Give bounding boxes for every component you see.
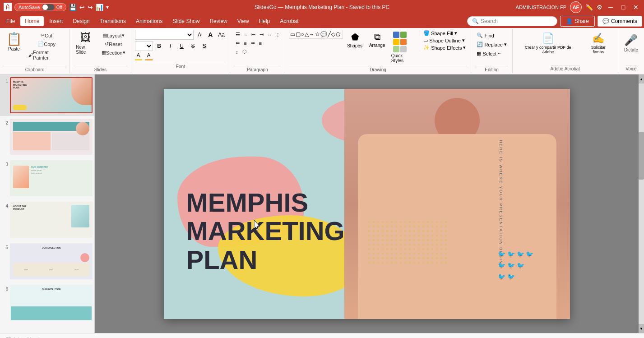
indent-decrease-button[interactable]: ⇤ [250, 31, 257, 38]
slide-item-5[interactable]: 5 OUR EVOLUTION 201820192020 [0, 241, 94, 282]
indent-increase-button[interactable]: ⇥ [258, 31, 265, 38]
pen-icon[interactable]: ✏️ [585, 4, 593, 11]
strikethrough-button[interactable]: S [188, 41, 198, 51]
menu-slideshow[interactable]: Slide Show [168, 16, 204, 26]
solicit-signatures-button[interactable]: ✍ Solicitar firmas [583, 31, 614, 56]
diamond-shape[interactable]: ◇ [331, 31, 335, 37]
share-button[interactable]: 👤 Share [560, 16, 595, 27]
undo-icon[interactable]: ↩ [79, 4, 85, 11]
circle-shape[interactable]: ○ [301, 31, 304, 37]
slide-canvas[interactable]: MEMPHIS MARKETING PLAN HERE IS WHERE YOU… [164, 89, 570, 319]
shape-outline-chevron[interactable]: ▾ [462, 37, 465, 43]
paste-button[interactable]: 📋 Paste [3, 30, 25, 53]
columns-button[interactable]: ⫶ [275, 31, 281, 38]
font-size-select[interactable] [135, 41, 153, 51]
numbered-list-button[interactable]: ≡ [242, 31, 249, 38]
slide-thumb-2[interactable] [10, 119, 93, 155]
menu-help[interactable]: Help [255, 16, 275, 26]
menu-design[interactable]: Design [68, 16, 94, 26]
slide-panel[interactable]: 1 MEMPHISMARKETINGPLAN 2 3 [0, 74, 95, 333]
bold-button[interactable]: B [154, 41, 164, 51]
slide-item-6[interactable]: 6 OUR EVOLUTION [0, 282, 94, 324]
menu-home[interactable]: Home [20, 16, 44, 26]
callout-shape[interactable]: 💬 [320, 31, 327, 37]
minimize-button[interactable]: ─ [606, 3, 615, 12]
slide-thumb-5[interactable]: OUR EVOLUTION 201820192020 [10, 243, 93, 279]
slide-thumb-3[interactable]: OUR COMPANY Lorem ipsumdolor sit amet [10, 160, 93, 196]
align-left-button[interactable]: ⬅ [234, 39, 241, 47]
shape-fill-chevron[interactable]: ▾ [454, 30, 457, 36]
arrange-button[interactable]: ⧉ Arrange [367, 30, 388, 50]
scroll-track[interactable] [639, 83, 644, 324]
layout-button[interactable]: ▤ Layout ▾ [100, 32, 127, 39]
shape-effects-chevron[interactable]: ▾ [463, 45, 466, 51]
highlight-color-button[interactable]: A [145, 52, 153, 60]
arrow-shape[interactable]: → [309, 31, 315, 37]
autosave-toggle[interactable] [42, 4, 55, 10]
shapes-gallery[interactable]: ▭ ▢ ○ △ → ☆ 💬 ╱ ◇ ⬠ [289, 30, 343, 39]
slide-item-3[interactable]: 3 OUR COMPANY Lorem ipsumdolor sit amet [0, 157, 94, 199]
text-color-button[interactable]: A [135, 52, 142, 60]
slide-item-2[interactable]: 2 [0, 116, 94, 157]
format-painter-button[interactable]: 🖌 Format Painter [26, 49, 67, 61]
comments-button[interactable]: 💬 Comments [598, 16, 642, 27]
present-icon[interactable]: 📊 [96, 4, 103, 11]
star-shape[interactable]: ☆ [315, 31, 320, 37]
shadow-button[interactable]: S [199, 41, 209, 51]
shape-outline-button[interactable]: ▭ Shape Outline ▾ [422, 37, 467, 44]
slide-thumb-1[interactable]: MEMPHISMARKETINGPLAN [10, 77, 93, 113]
scroll-down-button[interactable]: ▼ [639, 324, 644, 333]
slide-thumb-4[interactable]: ABOUT THEPRODUCT [10, 202, 93, 238]
redo-icon[interactable]: ↪ [88, 4, 93, 11]
maximize-button[interactable]: □ [619, 3, 628, 12]
menu-review[interactable]: Review [205, 16, 232, 26]
font-size-increase-button[interactable]: A [206, 30, 215, 40]
replace-button[interactable]: 🔄 Replace ▾ [475, 41, 508, 48]
shapes-button[interactable]: ⬟ Shapes [345, 30, 365, 50]
notes-area[interactable]: Click to add notes [0, 333, 644, 338]
font-size-decrease-button[interactable]: A [195, 30, 204, 40]
bullet-list-button[interactable]: ☰ [234, 31, 242, 38]
menu-animations[interactable]: Animations [131, 16, 167, 26]
settings-icon[interactable]: ⚙ [597, 4, 602, 11]
new-slide-button[interactable]: 🖼 New Slide [74, 30, 98, 56]
italic-button[interactable]: I [166, 41, 176, 51]
slide-item-4[interactable]: 4 ABOUT THEPRODUCT [0, 199, 94, 241]
align-center-button[interactable]: ≡ [242, 40, 248, 47]
find-button[interactable]: 🔍 Find [475, 32, 508, 39]
cut-button[interactable]: ✂ Cut [26, 32, 67, 39]
smartart-button[interactable]: ⬡ [241, 48, 249, 56]
font-family-select[interactable] [135, 30, 194, 40]
menu-insert[interactable]: Insert [45, 16, 67, 26]
notes-placeholder[interactable]: Click to add notes [5, 336, 45, 338]
scroll-thumb[interactable] [639, 132, 644, 180]
justify-button[interactable]: ≡ [257, 40, 264, 47]
menu-view[interactable]: View [233, 16, 254, 26]
rounded-rect-shape[interactable]: ▢ [296, 31, 301, 37]
customize-icon[interactable]: ▾ [106, 4, 109, 10]
copy-button[interactable]: 📄 Copy [26, 40, 67, 48]
select-button[interactable]: ▦ Select ~ [475, 50, 508, 57]
shape-effects-button[interactable]: ✨ Shape Effects ▾ [422, 44, 467, 51]
create-pdf-button[interactable]: 📄 Crear y compartir PDF de Adobe [516, 31, 580, 56]
menu-file[interactable]: File [2, 16, 19, 26]
align-right-button[interactable]: ➡ [249, 39, 257, 47]
vertical-scrollbar[interactable]: ▲ ▼ [639, 74, 644, 333]
clear-formatting-button[interactable]: Aa [217, 30, 226, 40]
triangle-shape[interactable]: △ [305, 31, 309, 37]
line-spacing-button[interactable]: ↕ [234, 48, 240, 56]
line-shape[interactable]: ╱ [328, 31, 331, 37]
menu-acrobat[interactable]: Acrobat [275, 16, 303, 26]
reset-button[interactable]: ↺ Reset [100, 40, 127, 48]
text-direction-button[interactable]: ↔ [266, 31, 274, 38]
dictate-button[interactable]: 🎤 Dictate [622, 32, 640, 54]
shape-fill-button[interactable]: 🪣 Shape Fill ▾ [422, 30, 467, 37]
underline-button[interactable]: U [177, 41, 187, 51]
slide-thumb-6[interactable]: OUR EVOLUTION [10, 285, 93, 321]
rect-shape[interactable]: ▭ [290, 31, 295, 37]
slide-item-1[interactable]: 1 MEMPHISMARKETINGPLAN [0, 74, 94, 116]
menu-transitions[interactable]: Transitions [95, 16, 130, 26]
search-box[interactable]: 🔍 Search [467, 16, 557, 26]
pentagon-shape[interactable]: ⬠ [336, 31, 340, 37]
scroll-up-button[interactable]: ▲ [639, 74, 644, 83]
